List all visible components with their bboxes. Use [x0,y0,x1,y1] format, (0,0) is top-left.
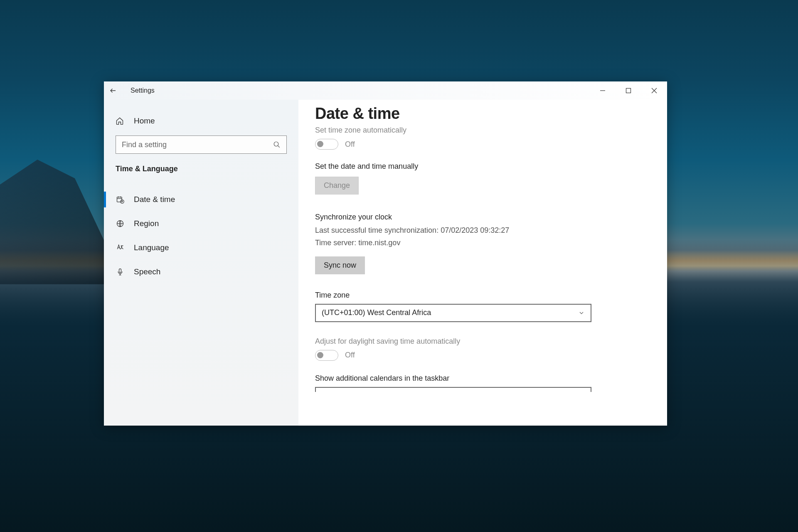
back-arrow-icon [109,87,117,94]
sidebar-home-label: Home [134,116,155,126]
minimize-icon [600,88,606,94]
window-title: Settings [131,87,155,94]
page-title: Date & time [315,105,650,123]
sidebar-item-date-time[interactable]: Date & time [104,187,298,212]
calendar-clock-icon [116,195,125,204]
maximize-icon [626,88,631,94]
maximize-button[interactable] [616,81,641,100]
label-manual-datetime: Set the date and time manually [315,162,650,171]
svg-rect-5 [119,269,121,273]
label-additional-calendars: Show additional calendars in the taskbar [315,374,650,383]
sidebar-item-label: Speech [134,267,160,276]
label-dst: Adjust for daylight saving time automati… [315,337,650,346]
toggle-auto-timezone-state: Off [345,140,355,149]
additional-calendars-dropdown[interactable] [315,387,591,392]
toggle-auto-timezone [315,139,338,150]
toggle-dst-state: Off [345,351,355,360]
timezone-value: (UTC+01:00) West Central Africa [322,308,431,317]
svg-rect-0 [626,89,631,93]
toggle-knob [317,141,323,147]
minimize-button[interactable] [590,81,616,100]
titlebar: Settings [104,81,667,100]
time-server-text: Time server: time.nist.gov [315,237,650,249]
sidebar-item-label: Date & time [134,195,175,204]
search-input[interactable] [122,140,273,149]
change-datetime-button[interactable]: Change [315,177,359,195]
sidebar-item-label: Region [134,219,159,228]
content-area: Date & time Set time zone automatically … [298,100,667,426]
globe-icon [116,219,125,228]
toggle-knob [317,352,323,358]
home-icon [116,117,125,125]
back-button[interactable] [104,81,122,100]
microphone-icon [116,268,125,276]
sidebar-category-label: Time & Language [104,165,298,173]
toggle-dst [315,350,338,361]
sidebar: Home Time & Language Date & time [104,100,298,426]
close-button[interactable] [641,81,667,100]
svg-rect-2 [117,197,122,202]
sidebar-item-language[interactable]: Language [104,236,298,260]
last-sync-text: Last successful time synchronization: 07… [315,225,650,236]
label-timezone: Time zone [315,291,650,300]
chevron-down-icon [578,310,585,316]
sidebar-item-label: Language [134,243,169,252]
search-box[interactable] [116,135,287,154]
sidebar-item-region[interactable]: Region [104,212,298,236]
close-icon [651,88,657,94]
language-icon [116,244,125,252]
label-auto-timezone: Set time zone automatically [315,126,650,135]
search-icon [273,141,281,148]
svg-point-1 [274,142,278,146]
timezone-dropdown[interactable]: (UTC+01:00) West Central Africa [315,304,591,322]
sync-heading: Synchronize your clock [315,213,650,222]
sidebar-item-speech[interactable]: Speech [104,260,298,284]
sidebar-home[interactable]: Home [104,111,298,131]
settings-window: Settings Home [104,81,667,426]
sync-now-button[interactable]: Sync now [315,256,365,274]
